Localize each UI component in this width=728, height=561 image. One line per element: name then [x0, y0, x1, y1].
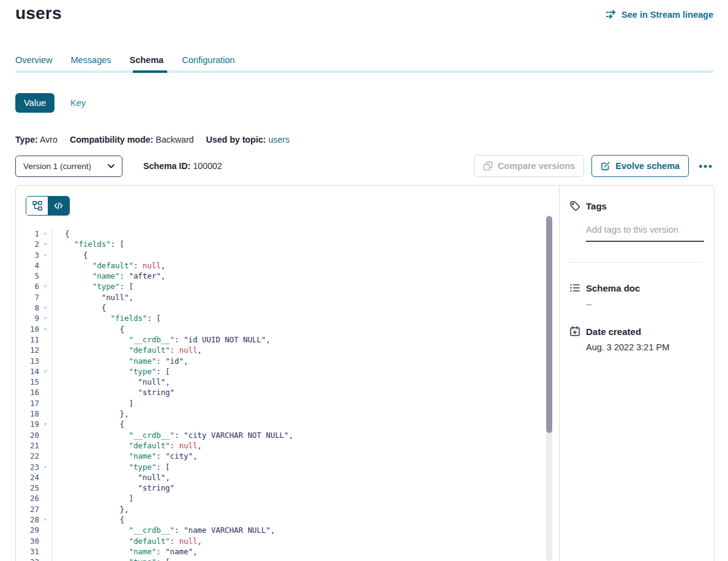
code-line-gutter: 12	[16, 345, 52, 355]
code-line-content: "type": [	[52, 557, 170, 561]
line-number: 9	[16, 313, 39, 323]
tab-schema[interactable]: Schema	[130, 55, 164, 67]
code-line-gutter: 5	[16, 271, 52, 281]
code-line-content: "default": null,	[52, 536, 202, 546]
code-line-gutter: 25	[16, 483, 52, 493]
code-line-gutter: 22	[16, 451, 52, 461]
code-line: 30 "default": null,	[16, 536, 544, 546]
version-select[interactable]: Version 1 (current)	[15, 156, 122, 177]
key-toggle-link[interactable]: Key	[70, 98, 86, 108]
line-number: 18	[16, 409, 39, 419]
fold-toggle-icon[interactable]: ▾	[39, 557, 51, 561]
code-line: 17 ]	[16, 398, 544, 409]
fold-toggle-icon[interactable]: ▾	[39, 303, 51, 313]
code-line-gutter: 26	[16, 493, 52, 503]
code-line: 3▾ {	[16, 250, 544, 260]
code-line: 8▾ {	[16, 303, 544, 313]
fold-toggle-icon[interactable]: ▾	[39, 228, 51, 239]
see-in-stream-lineage-link[interactable]: See in Stream lineage	[606, 10, 713, 20]
code-line-content: "name": "id",	[52, 356, 188, 366]
code-line: 9▾ "fields": [	[16, 313, 544, 323]
line-number: 10	[16, 324, 39, 334]
code-line-gutter: 18	[16, 409, 52, 419]
fold-toggle-icon[interactable]: ▾	[39, 239, 51, 249]
fold-spacer	[39, 398, 51, 409]
tab-messages[interactable]: Messages	[70, 55, 111, 67]
line-number: 31	[16, 546, 39, 557]
fold-spacer	[39, 525, 51, 535]
code-line-gutter: 13	[16, 356, 52, 366]
fold-toggle-icon[interactable]: ▾	[39, 313, 51, 323]
add-tags-input[interactable]	[586, 222, 704, 242]
line-number: 13	[16, 356, 39, 366]
more-actions-button[interactable]: •••	[699, 161, 713, 171]
code-line-gutter: 27	[16, 504, 52, 514]
schema-json-editor[interactable]: 1▾{2▾ "fields": [3▾ {4 "default": null,5…	[16, 228, 544, 561]
code-line-content: {	[52, 514, 124, 525]
code-line-gutter: 32▾	[16, 557, 52, 561]
fold-toggle-icon[interactable]: ▾	[39, 324, 51, 334]
meta-used-by-topic: Used by topic: users	[206, 135, 290, 145]
schema-doc-header: Schema doc	[569, 282, 704, 293]
code-line: 2▾ "fields": [	[16, 239, 544, 249]
code-line-gutter: 11	[16, 334, 52, 345]
type-label: Type:	[15, 135, 38, 145]
editor-scrollbar-thumb[interactable]	[546, 216, 552, 433]
line-number: 22	[16, 451, 39, 461]
tree-view-button[interactable]	[26, 197, 48, 215]
code-line: 10▾ {	[16, 324, 544, 334]
code-line: 18 },	[16, 409, 544, 419]
line-number: 16	[16, 387, 39, 397]
topic-link[interactable]: users	[268, 135, 290, 145]
code-line-content: "default": null,	[52, 440, 202, 451]
editor-scrollbar-track[interactable]	[546, 215, 552, 561]
line-number: 1	[16, 228, 39, 239]
code-line-gutter: 7	[16, 292, 52, 303]
date-created-value: Aug. 3 2022 3:21 PM	[586, 342, 704, 352]
line-number: 30	[16, 536, 39, 546]
fold-toggle-icon[interactable]: ▾	[39, 514, 51, 525]
tab-active-indicator	[133, 70, 167, 73]
code-line-content: "string"	[52, 387, 174, 397]
code-line-content: "__crdb__": "city VARCHAR NOT NULL",	[52, 430, 293, 440]
code-line-gutter: 20	[16, 430, 52, 440]
code-line-content: "type": [	[52, 281, 133, 292]
fold-spacer	[39, 387, 51, 397]
line-number: 3	[16, 250, 39, 260]
tab-configuration[interactable]: Configuration	[182, 55, 235, 67]
tags-title: Tags	[586, 201, 607, 211]
code-line-gutter: 9▾	[16, 313, 52, 323]
code-line: 1▾{	[16, 228, 544, 239]
compare-versions-label: Compare versions	[498, 161, 576, 171]
date-created-header: Date created	[569, 326, 704, 337]
fold-spacer	[39, 451, 51, 461]
tab-overview[interactable]: Overview	[15, 55, 52, 67]
code-line-content: "name": "name",	[52, 546, 197, 557]
fold-spacer	[39, 334, 51, 345]
code-line-gutter: 19▾	[16, 419, 52, 429]
version-select-value: Version 1 (current)	[23, 162, 91, 171]
fold-toggle-icon[interactable]: ▾	[39, 462, 51, 472]
code-line-gutter: 10▾	[16, 324, 52, 334]
code-line-content: "null",	[52, 377, 170, 387]
code-line: 13 "name": "id",	[16, 356, 544, 366]
value-toggle-button[interactable]: Value	[15, 93, 54, 113]
fold-toggle-icon[interactable]: ▾	[39, 250, 51, 260]
line-number: 8	[16, 303, 39, 313]
code-line-content: "null",	[52, 472, 170, 483]
line-number: 4	[16, 260, 39, 271]
schema-id: Schema ID: 100002	[143, 161, 222, 171]
fold-toggle-icon[interactable]: ▾	[39, 419, 51, 429]
fold-toggle-icon[interactable]: ▾	[39, 281, 51, 292]
fold-toggle-icon[interactable]: ▾	[39, 366, 51, 377]
code-view-button[interactable]	[48, 197, 69, 215]
meta-type: Type: Avro	[15, 135, 58, 145]
code-line: 5 "name": "after",	[16, 271, 544, 281]
line-number: 15	[16, 377, 39, 387]
fold-spacer	[39, 472, 51, 483]
compare-versions-button[interactable]: Compare versions	[474, 155, 585, 177]
schema-id-label: Schema ID:	[143, 161, 190, 171]
line-number: 28	[16, 514, 39, 525]
evolve-schema-button[interactable]: Evolve schema	[591, 155, 689, 177]
code-line: 19▾ {	[16, 419, 544, 429]
